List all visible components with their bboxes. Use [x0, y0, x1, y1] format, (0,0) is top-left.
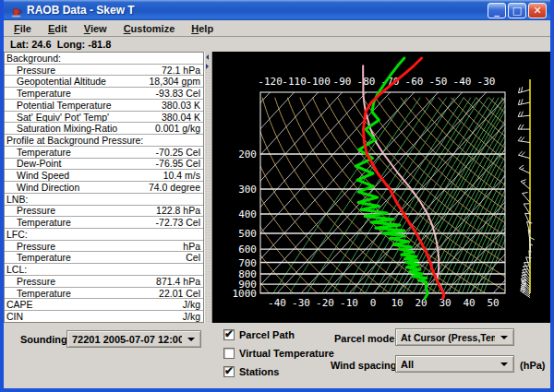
- row-label: Temperature: [5, 147, 156, 158]
- menu-view[interactable]: View: [76, 22, 115, 35]
- wind-spacing-label: Wind spacing:: [331, 360, 400, 371]
- row-value: -72.73 Cel: [156, 217, 203, 228]
- wind-spacing-dropdown[interactable]: All: [395, 355, 514, 373]
- row-value: 380.03 K: [162, 100, 203, 111]
- menu-edit[interactable]: Edit: [40, 22, 76, 35]
- row-label: CAPE: [5, 299, 183, 310]
- checkbox-virtual-temperature[interactable]: Virtual Temperature: [223, 348, 334, 359]
- table-row: Saturation Mixing-Ratio0.001 g/kg: [5, 123, 203, 135]
- table-row: Temperature-93.83 Cel: [5, 88, 203, 100]
- row-value: 18,304 gpm: [150, 76, 203, 87]
- row-label: Pressure: [5, 65, 162, 76]
- table-row: LFC:: [5, 229, 203, 241]
- wind-spacing-value: All: [401, 359, 495, 370]
- splitter-collapse-right-icon[interactable]: [206, 64, 209, 69]
- row-label: LNB:: [5, 194, 200, 205]
- close-button[interactable]: ✕: [528, 3, 547, 18]
- row-value: Cel: [186, 252, 203, 263]
- row-label: Temperature: [5, 288, 159, 299]
- row-label: LCL:: [5, 264, 200, 275]
- axis-tick-label: 700: [238, 257, 257, 269]
- table-row: LNB:: [5, 194, 203, 206]
- row-label: Potential Temperature: [5, 100, 162, 111]
- table-row: Dew-Point-76.95 Cel: [5, 159, 203, 171]
- axis-tick-label: -120: [258, 76, 283, 88]
- axis-tick-label: -100: [306, 76, 331, 88]
- parcel-mode-value: At Cursor (Press,Temp): [401, 332, 495, 343]
- row-label: LFC:: [5, 229, 200, 240]
- row-value: J/kg: [183, 311, 203, 322]
- axis-tick-label: 10: [391, 297, 403, 309]
- row-label: Temperature: [5, 252, 186, 263]
- row-value: 10.4 m/s: [163, 170, 203, 181]
- splitter-collapse-left-icon[interactable]: [206, 54, 209, 60]
- row-value: -70.25 Cel: [156, 147, 203, 158]
- checkbox-box[interactable]: ✔: [223, 329, 235, 340]
- checkbox-box[interactable]: [223, 348, 235, 359]
- row-label: Wind Speed: [5, 170, 163, 181]
- table-row: Wind Speed10.4 m/s: [5, 170, 203, 182]
- table-row: Geopotential Altitude18,304 gpm: [5, 76, 203, 88]
- axis-tick-label: 0: [370, 297, 377, 309]
- table-row: Potential Temperature380.03 K: [5, 100, 203, 112]
- parcel-mode-label: Parcel mode:: [334, 333, 398, 344]
- axis-tick-label: -60: [405, 76, 424, 88]
- row-value: -76.95 Cel: [156, 159, 203, 170]
- row-label: Temperature: [5, 217, 156, 228]
- latlong-text: Lat: 24.6 Long: -81.8: [10, 39, 111, 50]
- row-label: Saturation Mixing-Ratio: [5, 123, 155, 134]
- axis-tick-label: 300: [238, 184, 257, 196]
- table-row: CINJ/kg: [5, 311, 203, 322]
- skewt-chart[interactable]: -120-110-100-90-80-70-60-50-40-30-40-30-…: [212, 52, 550, 323]
- row-value: 72.1 hPa: [162, 65, 203, 76]
- row-value: 122.8 hPa: [156, 206, 203, 217]
- sounding-data-table: Background:Pressure72.1 hPaGeopotential …: [4, 52, 204, 323]
- window-title: RAOB Data - Skew T: [27, 4, 488, 17]
- chevron-down-icon: [500, 362, 508, 370]
- title-bar[interactable]: RAOB Data - Skew T _□✕: [4, 0, 550, 20]
- row-label: Pressure: [5, 241, 183, 252]
- split-pane-divider[interactable]: [204, 52, 212, 323]
- axis-tick-label: -30: [477, 76, 496, 88]
- checkbox-box[interactable]: ✔: [223, 366, 235, 377]
- table-row: Temperature-70.25 Cel: [5, 147, 203, 159]
- row-value: J/kg: [183, 299, 203, 310]
- row-value: hPa: [183, 241, 203, 252]
- menu-help[interactable]: Help: [183, 22, 222, 35]
- minimize-button[interactable]: _: [488, 3, 506, 18]
- axis-tick-label: 1000: [233, 288, 258, 300]
- checkbox-label: Parcel Path: [239, 329, 295, 340]
- maximize-button[interactable]: □: [508, 3, 526, 18]
- axis-tick-label: -40: [453, 76, 472, 88]
- row-label: Dew-Point: [5, 159, 156, 170]
- wind-spacing-unit-label: (hPa): [520, 360, 546, 371]
- menu-customize[interactable]: Customize: [115, 22, 184, 35]
- table-row: Pressure871.4 hPa: [5, 276, 203, 288]
- checkbox-label: Stations: [239, 366, 279, 377]
- table-row: Wind Direction74.0 degree: [5, 182, 203, 194]
- checkbox-stations[interactable]: ✔Stations: [223, 366, 279, 377]
- table-row: Temperature22.01 Cel: [5, 288, 203, 300]
- table-row: Temperature-72.73 Cel: [5, 217, 203, 229]
- row-value: 380.04 K: [162, 112, 203, 123]
- soundings-dropdown[interactable]: 72201 2005-07-07 12:00:00Z: [66, 330, 201, 348]
- menu-file[interactable]: File: [6, 22, 40, 35]
- check-icon: ✔: [224, 364, 234, 377]
- axis-tick-label: 600: [238, 244, 257, 255]
- axis-tick-label: 30: [439, 297, 451, 309]
- table-row: PressurehPa: [5, 241, 203, 253]
- checkbox-parcel-path[interactable]: ✔Parcel Path: [223, 329, 295, 340]
- app-window: RAOB Data - Skew T _□✕ FileEditViewCusto…: [0, 0, 554, 392]
- row-label: Profile at Background Pressure:: [5, 135, 200, 146]
- row-value: 871.4 hPa: [156, 276, 203, 287]
- axis-tick-label: 40: [463, 297, 475, 309]
- parcel-mode-dropdown[interactable]: At Cursor (Press,Temp): [395, 328, 514, 346]
- axis-tick-label: -20: [316, 297, 334, 309]
- soundings-value: 72201 2005-07-07 12:00:00Z: [72, 334, 182, 345]
- axis-tick-label: 500: [238, 228, 257, 240]
- chevron-down-icon: [187, 338, 195, 345]
- axis-tick-label: -30: [292, 297, 310, 309]
- row-label: Wind Direction: [5, 182, 149, 193]
- java-coffee-icon: [9, 4, 23, 18]
- table-row: Background:: [5, 53, 203, 65]
